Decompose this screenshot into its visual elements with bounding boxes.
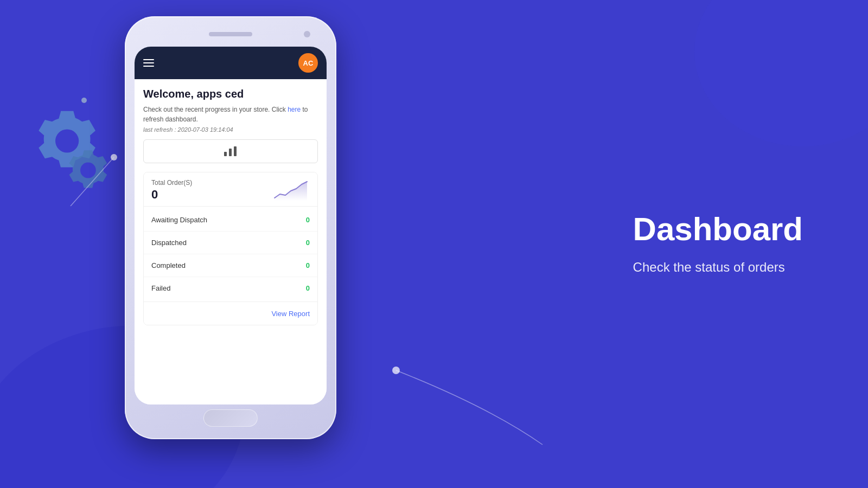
gear-small-icon <box>65 149 108 192</box>
hamburger-line-3 <box>143 66 154 67</box>
svg-point-0 <box>111 154 117 160</box>
app-content: Welcome, apps ced Check out the recent p… <box>135 79 327 404</box>
status-row-completed[interactable]: Completed 0 <box>144 254 317 277</box>
orders-section: Total Order(S) 0 <box>143 172 318 325</box>
bg-blob-right <box>694 0 868 146</box>
page-title: Dashboard <box>633 211 803 247</box>
failed-label: Failed <box>151 284 170 292</box>
view-report-link[interactable]: View Report <box>271 310 310 318</box>
last-refresh-text: last refresh : 2020-07-03 19:14:04 <box>143 126 318 133</box>
app-header: AC <box>135 47 327 79</box>
hamburger-line-2 <box>143 62 154 63</box>
mini-trend-chart <box>272 179 310 201</box>
svg-rect-3 <box>224 152 227 156</box>
svg-rect-5 <box>234 146 237 156</box>
phone-speaker <box>209 32 252 36</box>
total-orders-info: Total Order(S) 0 <box>151 179 192 202</box>
dispatched-count: 0 <box>306 239 310 247</box>
total-orders-count: 0 <box>151 188 192 202</box>
phone-notch <box>135 26 327 42</box>
svg-rect-4 <box>229 149 232 156</box>
completed-count: 0 <box>306 261 310 269</box>
home-button[interactable] <box>203 409 258 427</box>
total-orders-label: Total Order(S) <box>151 179 192 187</box>
completed-label: Completed <box>151 261 186 269</box>
right-panel: Dashboard Check the status of orders <box>633 211 803 277</box>
page-subtitle: Check the status of orders <box>633 258 803 277</box>
phone-camera <box>304 31 310 37</box>
failed-count: 0 <box>306 284 310 292</box>
refresh-link[interactable]: here <box>288 106 301 113</box>
view-report-bar: View Report <box>144 301 317 325</box>
welcome-desc-text-1: Check out the recent progress in your st… <box>143 106 288 113</box>
dispatched-label: Dispatched <box>151 239 187 247</box>
avatar[interactable]: AC <box>298 53 318 73</box>
decorative-dot <box>81 98 87 103</box>
phone-bottom <box>135 404 327 432</box>
awaiting-dispatch-count: 0 <box>306 216 310 224</box>
hamburger-line-1 <box>143 59 154 60</box>
gear-decoration <box>33 108 98 176</box>
chart-icon <box>223 145 238 157</box>
svg-point-2 <box>392 367 400 374</box>
welcome-description: Check out the recent progress in your st… <box>143 105 318 124</box>
phone-outer: AC Welcome, apps ced Check out the recen… <box>125 16 336 439</box>
hamburger-menu[interactable] <box>143 59 154 67</box>
chart-button[interactable] <box>143 139 318 163</box>
status-row-failed[interactable]: Failed 0 <box>144 277 317 299</box>
status-row-dispatched[interactable]: Dispatched 0 <box>144 232 317 254</box>
status-row-awaiting-dispatch[interactable]: Awaiting Dispatch 0 <box>144 209 317 232</box>
phone-mockup: AC Welcome, apps ced Check out the recen… <box>125 16 336 439</box>
total-orders-header: Total Order(S) 0 <box>144 172 317 207</box>
phone-screen: AC Welcome, apps ced Check out the recen… <box>135 47 327 404</box>
status-list: Awaiting Dispatch 0 Dispatched 0 Complet… <box>144 207 317 301</box>
awaiting-dispatch-label: Awaiting Dispatch <box>151 216 207 224</box>
welcome-title: Welcome, apps ced <box>143 88 318 100</box>
